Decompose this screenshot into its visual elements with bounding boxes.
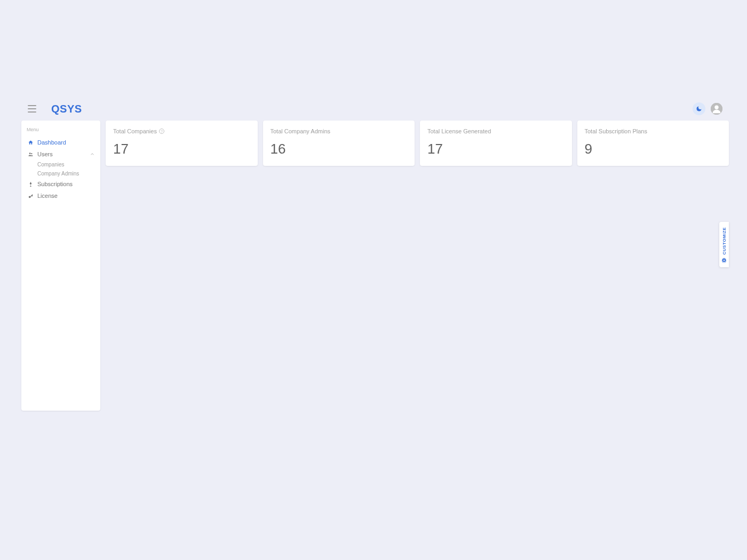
- users-icon: [27, 150, 34, 158]
- gear-icon: [721, 258, 727, 263]
- customize-button[interactable]: CUSTOMIZE: [719, 222, 729, 267]
- rocket-icon: [27, 180, 34, 188]
- sidebar-item-label: Users: [37, 151, 53, 157]
- svg-point-3: [31, 153, 32, 154]
- card-title-text: Total Companies: [113, 128, 157, 134]
- sidebar-item-subscriptions[interactable]: Subscriptions: [25, 178, 97, 190]
- svg-point-1: [714, 106, 718, 109]
- sidebar-item-label: Dashboard: [37, 139, 66, 146]
- chevron-up-icon: [90, 151, 95, 157]
- card-title-text: Total License Generated: [427, 128, 491, 134]
- key-icon: [27, 192, 34, 199]
- user-icon: [711, 103, 722, 115]
- card-total-license-generated: Total License Generated 17: [420, 121, 572, 166]
- card-title: Total License Generated: [427, 128, 565, 134]
- card-value: 9: [585, 141, 722, 157]
- sidebar-subitem-company-admins[interactable]: Company Admins: [25, 169, 97, 178]
- info-icon[interactable]: ?: [159, 129, 164, 134]
- sidebar-item-license[interactable]: License: [25, 190, 97, 202]
- sidebar-item-dashboard[interactable]: Dashboard: [25, 137, 97, 148]
- card-total-subscription-plans: Total Subscription Plans 9: [577, 121, 729, 166]
- card-title-text: Total Company Admins: [271, 128, 331, 134]
- sidebar-item-users[interactable]: Users: [25, 148, 97, 160]
- body-area: Menu Dashboard Users Companies Compa: [21, 121, 729, 411]
- home-icon: [27, 139, 34, 146]
- svg-point-2: [29, 153, 30, 154]
- sidebar-section-label: Menu: [25, 125, 97, 137]
- sidebar-subitem-companies[interactable]: Companies: [25, 160, 97, 169]
- card-title: Total Company Admins: [271, 128, 408, 134]
- header: QSYS: [21, 97, 729, 121]
- hamburger-line: [28, 108, 36, 109]
- card-title-text: Total Subscription Plans: [585, 128, 647, 134]
- svg-point-7: [724, 260, 725, 261]
- card-value: 17: [427, 141, 565, 157]
- cards-area: Total Companies ? 17 Total Company Admin…: [106, 121, 729, 411]
- hamburger-line: [28, 105, 36, 106]
- svg-point-4: [28, 196, 30, 198]
- hamburger-line: [28, 111, 36, 113]
- moon-icon: [696, 106, 702, 112]
- sidebar-item-label: License: [37, 193, 58, 199]
- card-total-companies: Total Companies ? 17: [106, 121, 258, 166]
- sidebar-item-label: Subscriptions: [37, 181, 73, 187]
- card-value: 17: [113, 141, 250, 157]
- menu-toggle-button[interactable]: [28, 102, 41, 115]
- theme-toggle-button[interactable]: [693, 102, 705, 115]
- app-container: QSYS Menu Dashboard: [21, 97, 729, 411]
- card-title: Total Companies ?: [113, 128, 250, 134]
- customize-label: CUSTOMIZE: [722, 227, 727, 254]
- card-title: Total Subscription Plans: [585, 128, 722, 134]
- card-total-company-admins: Total Company Admins 16: [263, 121, 415, 166]
- card-value: 16: [271, 141, 408, 157]
- logo: QSYS: [51, 103, 82, 115]
- sidebar: Menu Dashboard Users Companies Compa: [21, 121, 100, 411]
- avatar-button[interactable]: [711, 103, 722, 115]
